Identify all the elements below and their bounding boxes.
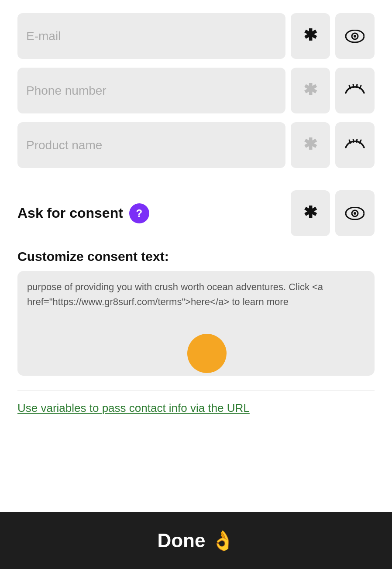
consent-eye-button[interactable]: [335, 190, 375, 236]
consent-textarea-wrapper: purpose of providing you with crush wort…: [17, 271, 375, 377]
customize-label: Customize consent text:: [17, 249, 375, 264]
product-asterisk-button[interactable]: ✱: [291, 122, 330, 168]
svg-line-11: [353, 139, 354, 142]
consent-row: Ask for consent ? ✱: [17, 190, 375, 236]
consent-label: Ask for consent: [17, 205, 123, 221]
help-badge-button[interactable]: ?: [129, 203, 149, 223]
svg-point-17: [354, 212, 356, 215]
divider-1: [17, 177, 375, 177]
email-eye-button[interactable]: [335, 13, 375, 59]
eye-closed-icon: [344, 84, 366, 97]
email-input[interactable]: [17, 13, 285, 59]
email-field-row: ✱: [17, 13, 375, 59]
email-asterisk-button[interactable]: ✱: [291, 13, 330, 59]
svg-text:✱: ✱: [303, 206, 317, 221]
asterisk-icon-faded: ✱: [303, 83, 318, 99]
eye-closed-icon2: [344, 139, 366, 152]
divider-2: [17, 391, 375, 391]
phone-eye-button[interactable]: [335, 68, 375, 113]
consent-textarea[interactable]: purpose of providing you with crush wort…: [17, 271, 375, 376]
svg-line-6: [353, 84, 354, 88]
svg-text:✱: ✱: [303, 137, 317, 153]
svg-line-12: [357, 139, 357, 142]
phone-field-row: ✱: [17, 68, 375, 113]
phone-input[interactable]: [17, 68, 285, 113]
url-variables-link[interactable]: Use variables to pass contact info via t…: [17, 401, 250, 415]
asterisk-icon-faded2: ✱: [303, 137, 318, 153]
product-input[interactable]: [17, 122, 285, 168]
help-icon: ?: [136, 207, 142, 219]
phone-asterisk-button[interactable]: ✱: [291, 68, 330, 113]
consent-eye-open-icon: [345, 207, 364, 220]
product-field-row: ✱: [17, 122, 375, 168]
svg-text:✱: ✱: [303, 28, 317, 44]
consent-label-group: Ask for consent ?: [17, 203, 285, 223]
eye-open-icon: [345, 30, 364, 43]
product-eye-button[interactable]: [335, 122, 375, 168]
consent-asterisk-button[interactable]: ✱: [291, 190, 330, 236]
svg-line-7: [357, 84, 357, 88]
svg-point-3: [354, 35, 356, 38]
asterisk-icon: ✱: [303, 28, 318, 44]
consent-asterisk-icon: ✱: [303, 206, 318, 221]
svg-text:✱: ✱: [303, 83, 317, 99]
main-content: ✱ ✱: [0, 0, 392, 512]
done-label[interactable]: Done 👌: [157, 529, 234, 552]
footer: Done 👌: [0, 512, 392, 569]
